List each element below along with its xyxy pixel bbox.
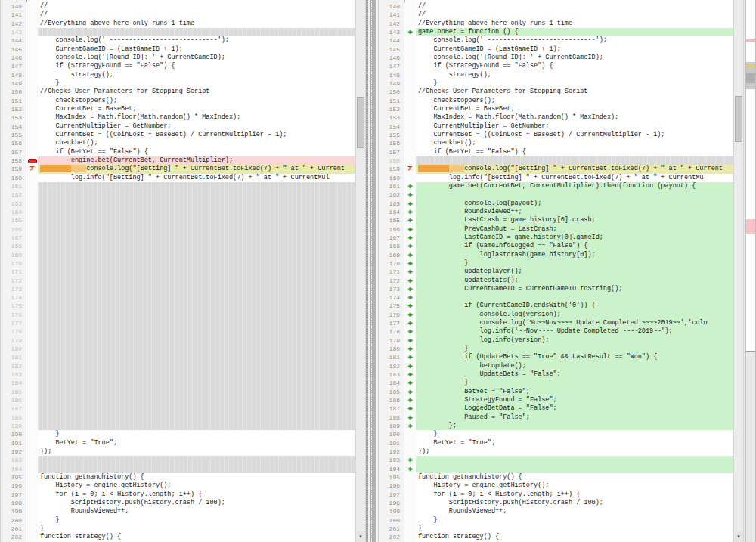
code-line[interactable]: console.log(' --------------------------… xyxy=(416,36,733,45)
code-line[interactable]: ScriptHistory.push(History.crash / 100); xyxy=(38,499,355,507)
code-line[interactable] xyxy=(38,277,355,285)
code-line[interactable]: RoundsViewed++; xyxy=(416,208,733,216)
left-scrollbar-thumb[interactable] xyxy=(357,97,364,148)
code-line[interactable]: strategy(); xyxy=(416,71,733,79)
code-line[interactable]: betupdate(); xyxy=(416,362,733,370)
code-line[interactable]: BetYet = "False"; xyxy=(416,388,733,396)
code-line[interactable]: if (StrategyFound == "False") { xyxy=(38,62,355,70)
code-line[interactable]: RoundsViewed++; xyxy=(416,507,733,516)
code-line[interactable]: engine.bet(CurrentBet, CurrentMultiplier… xyxy=(38,156,355,165)
code-line[interactable] xyxy=(38,293,355,302)
code-line[interactable] xyxy=(38,362,355,370)
code-line[interactable]: PrevCashOut = LastCrash; xyxy=(416,225,733,234)
code-line[interactable]: for (i = 0; i < History.length; i++) { xyxy=(416,491,733,499)
code-line[interactable]: if (BetYet == "False") { xyxy=(416,148,733,156)
code-line[interactable]: console.log('[Round ID]: ' + CurrentGame… xyxy=(38,54,355,62)
code-line[interactable]: CurrentMultiplier = GetNumber; xyxy=(416,122,733,131)
code-line[interactable]: }); xyxy=(38,448,355,456)
code-line[interactable]: LoggedBetData = "False"; xyxy=(416,404,733,413)
code-line[interactable] xyxy=(38,182,355,190)
code-line[interactable]: }; xyxy=(416,422,733,430)
code-line[interactable]: Paused = "False"; xyxy=(416,413,733,422)
code-line[interactable]: //Everything above here only runs 1 time xyxy=(38,20,355,28)
code-line[interactable] xyxy=(38,465,355,473)
code-line[interactable]: console.log("[Betting] " + CurrentBet.to… xyxy=(416,165,733,173)
code-line[interactable]: updateplayer(); xyxy=(416,268,733,276)
code-line[interactable]: } xyxy=(416,379,733,387)
splitter-bar[interactable] xyxy=(373,0,376,542)
code-line[interactable]: updatestats(); xyxy=(416,277,733,285)
code-line[interactable]: CurrentGameID = (LastGameID + 1); xyxy=(416,45,733,54)
code-line[interactable]: if (UpdateBets == "True" && LastResult =… xyxy=(416,353,733,361)
code-line[interactable]: strategy(); xyxy=(38,71,355,79)
code-line[interactable] xyxy=(38,285,355,293)
code-line[interactable]: if (GameInfoLogged == "False") { xyxy=(416,242,733,250)
code-line[interactable]: game.bet(CurrentBet, CurrentMultiplier).… xyxy=(416,182,733,190)
code-line[interactable]: //Everything above here only runs 1 time xyxy=(416,20,733,28)
code-line[interactable]: MaxIndex = Math.floor(Math.random() * Ma… xyxy=(38,113,355,122)
code-line[interactable] xyxy=(38,259,355,268)
code-line[interactable]: CurrentGameID = CurrentGameID.toString()… xyxy=(416,285,733,293)
code-line[interactable]: //Checks User Parameters for Stopping Sc… xyxy=(416,88,733,96)
right-scrollbar-thumb[interactable] xyxy=(735,96,742,142)
code-line[interactable]: BetYet = "True"; xyxy=(38,439,355,448)
code-line[interactable] xyxy=(38,268,355,276)
code-line[interactable]: function strategy() { xyxy=(38,533,355,541)
code-line[interactable] xyxy=(38,413,355,422)
code-line[interactable]: console.log('[Round ID]: ' + CurrentGame… xyxy=(416,54,733,62)
code-line[interactable]: StrategyFound = "False"; xyxy=(416,396,733,404)
code-line[interactable]: MaxIndex = Math.floor(Math.random() * Ma… xyxy=(416,113,733,122)
code-line[interactable]: } xyxy=(38,525,355,533)
code-line[interactable] xyxy=(38,353,355,361)
code-line[interactable] xyxy=(38,370,355,379)
code-line[interactable]: checkstoppers(); xyxy=(416,97,733,105)
code-line[interactable] xyxy=(38,225,355,234)
code-line[interactable]: for (i = 0; i < History.length; i++) { xyxy=(38,491,355,499)
code-line[interactable]: History = engine.getHistory(); xyxy=(38,482,355,490)
code-line[interactable]: loglastcrash(game.history[0]); xyxy=(416,251,733,259)
code-line[interactable]: if (StrategyFound == "False") { xyxy=(416,62,733,70)
code-line[interactable] xyxy=(416,456,733,464)
code-line[interactable] xyxy=(38,200,355,208)
code-line[interactable] xyxy=(38,388,355,396)
code-line[interactable]: UpdateBets = "False"; xyxy=(416,370,733,379)
code-line[interactable] xyxy=(38,319,355,327)
code-line[interactable] xyxy=(38,327,355,336)
code-line[interactable] xyxy=(416,190,733,199)
code-line[interactable]: RoundsViewed++; xyxy=(38,507,355,516)
code-line[interactable] xyxy=(38,396,355,404)
code-line[interactable] xyxy=(38,311,355,319)
overview-deleted-mark[interactable] xyxy=(746,219,755,234)
code-line[interactable]: //Checks User Parameters for Stopping Sc… xyxy=(38,88,355,96)
code-line[interactable]: if (CurrentGameID.endsWith('0')) { xyxy=(416,302,733,310)
code-line[interactable]: function strategy() { xyxy=(416,533,733,541)
code-line[interactable]: LastCrash = game.history[0].crash; xyxy=(416,216,733,225)
code-line[interactable]: ScriptHistory.push(History.crash / 100); xyxy=(416,499,733,507)
overview-changed-mark[interactable] xyxy=(746,65,755,67)
code-line[interactable] xyxy=(38,208,355,216)
code-line[interactable] xyxy=(38,234,355,242)
code-line[interactable]: function getnanohistory() { xyxy=(38,473,355,482)
code-line[interactable] xyxy=(416,293,733,302)
code-line[interactable] xyxy=(38,379,355,387)
code-line[interactable]: } xyxy=(416,79,733,88)
code-line[interactable]: log.info("[Betting] " + CurrentBet.toFix… xyxy=(416,174,733,182)
code-line[interactable]: // xyxy=(38,2,355,11)
code-line[interactable]: CurrentGameID = (LastGameID + 1); xyxy=(38,45,355,54)
code-line[interactable]: CurrentBet = BaseBet; xyxy=(416,105,733,113)
code-line[interactable]: checkstoppers(); xyxy=(38,97,355,105)
code-line[interactable] xyxy=(38,242,355,250)
code-line[interactable]: CurrentMultiplier = GetNumber; xyxy=(38,122,355,131)
code-line[interactable] xyxy=(416,465,733,473)
code-line[interactable]: } xyxy=(38,79,355,88)
overview-visible-region-inner[interactable] xyxy=(746,73,755,83)
left-vertical-scrollbar[interactable]: ▾ xyxy=(355,0,366,542)
code-line[interactable]: } xyxy=(416,525,733,533)
code-line[interactable] xyxy=(38,302,355,310)
code-line[interactable]: log.info(version); xyxy=(416,336,733,345)
code-line[interactable]: BetYet = "True"; xyxy=(416,439,733,448)
code-line[interactable]: } xyxy=(416,516,733,525)
code-line[interactable]: CurrentBet = ((CoinLost + BaseBet) / Cur… xyxy=(38,131,355,139)
code-line[interactable] xyxy=(416,156,733,165)
right-vertical-scrollbar[interactable]: ▾ xyxy=(733,0,744,542)
